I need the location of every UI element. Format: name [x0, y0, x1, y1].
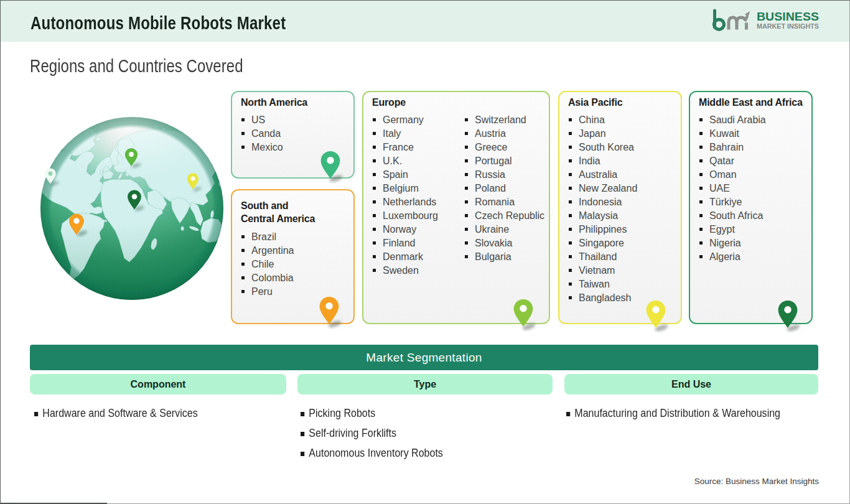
svg-text:MARKET INSIGHTS: MARKET INSIGHTS: [757, 22, 819, 30]
svg-text:BUSINESS: BUSINESS: [757, 11, 819, 23]
